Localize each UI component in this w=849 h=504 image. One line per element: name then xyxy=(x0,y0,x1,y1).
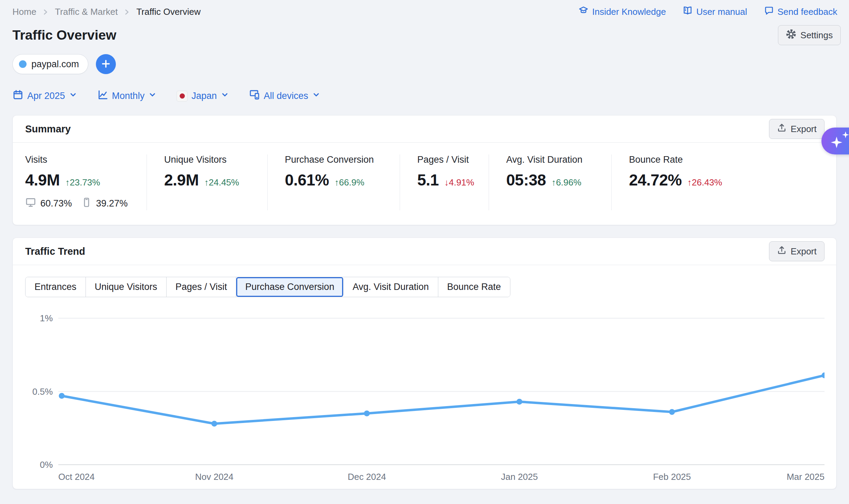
header-links: Insider Knowledge User manual Send feedb… xyxy=(578,6,837,18)
export-icon xyxy=(777,123,787,135)
chevron-down-icon xyxy=(148,91,157,101)
x-tick-label: Feb 2025 xyxy=(653,472,691,482)
date-filter[interactable]: Apr 2025 xyxy=(12,89,77,103)
metric-unique-visitors: Unique Visitors 2.9M ↑24.45% xyxy=(147,154,267,210)
metric-avg-visit-duration: Avg. Visit Duration 05:38 ↑6.96% xyxy=(489,154,611,210)
tab-unique-visitors[interactable]: Unique Visitors xyxy=(86,277,167,297)
tab-entrances[interactable]: Entrances xyxy=(26,277,86,297)
trend-tabs: Entrances Unique Visitors Pages / Visit … xyxy=(25,277,510,297)
metric-delta: ↑24.45% xyxy=(204,177,239,188)
chart-point[interactable] xyxy=(822,372,825,378)
devices-filter[interactable]: All devices xyxy=(249,89,320,103)
add-competitor-button[interactable] xyxy=(96,54,116,74)
mobile-icon xyxy=(81,197,92,210)
summary-header: Summary Export xyxy=(13,115,836,143)
tab-pages-per-visit[interactable]: Pages / Visit xyxy=(167,277,237,297)
chart-point[interactable] xyxy=(59,393,65,399)
region-filter[interactable]: Japan xyxy=(177,91,229,102)
metric-value: 05:38 xyxy=(506,171,546,189)
breadcrumb-current: Traffic Overview xyxy=(136,7,200,17)
trend-line xyxy=(62,375,825,424)
y-tick-label: 1% xyxy=(40,313,53,323)
calendar-icon xyxy=(12,89,23,103)
feedback-icon xyxy=(764,6,774,18)
chevron-right-icon xyxy=(123,8,131,16)
tab-avg-visit-duration[interactable]: Avg. Visit Duration xyxy=(343,277,438,297)
metric-delta: ↑66.9% xyxy=(334,177,364,188)
metric-bounce-rate: Bounce Rate 24.72% ↑26.43% xyxy=(611,154,836,210)
filter-row: Apr 2025 Monthly Japan All dev xyxy=(0,74,849,103)
x-tick-label: Oct 2024 xyxy=(58,472,95,482)
desktop-share: 60.73% xyxy=(40,198,72,209)
target-row: paypal.com xyxy=(0,45,849,74)
devices-icon xyxy=(249,89,260,103)
chart-point[interactable] xyxy=(517,399,522,405)
page-title: Traffic Overview xyxy=(12,28,116,43)
metric-delta: ↓4.91% xyxy=(444,177,474,188)
metric-purchase-conversion: Purchase Conversion 0.61% ↑66.9% xyxy=(267,154,400,210)
trend-chart: 0%0.5%1%Oct 2024Nov 2024Dec 2024Jan 2025… xyxy=(13,297,836,489)
x-tick-label: Dec 2024 xyxy=(348,472,386,482)
gear-icon xyxy=(786,29,796,42)
plus-icon xyxy=(101,59,111,70)
metric-value: 4.9M xyxy=(25,171,60,189)
granularity-filter[interactable]: Monthly xyxy=(97,89,157,103)
x-tick-label: Nov 2024 xyxy=(195,472,233,482)
tab-bounce-rate[interactable]: Bounce Rate xyxy=(438,277,510,297)
metric-delta: ↑6.96% xyxy=(551,177,581,188)
breadcrumb: Home Traffic & Market Traffic Overview xyxy=(12,7,201,17)
metric-delta: ↑26.43% xyxy=(687,177,722,188)
title-row: Traffic Overview Settings xyxy=(0,18,849,45)
tab-purchase-conversion[interactable]: Purchase Conversion xyxy=(236,277,343,297)
y-tick-label: 0.5% xyxy=(32,386,53,397)
academy-icon xyxy=(578,6,589,18)
summary-export-button[interactable]: Export xyxy=(769,119,825,139)
trend-export-button[interactable]: Export xyxy=(769,241,825,261)
insider-knowledge-link[interactable]: Insider Knowledge xyxy=(578,6,666,18)
chevron-down-icon xyxy=(69,91,77,101)
domain-color-dot xyxy=(19,60,27,68)
settings-button[interactable]: Settings xyxy=(778,25,841,45)
chevron-right-icon xyxy=(42,8,49,16)
trend-tabs-wrap: Entrances Unique Visitors Pages / Visit … xyxy=(13,265,836,297)
x-tick-label: Jan 2025 xyxy=(501,472,538,482)
line-chart-icon xyxy=(97,89,108,103)
x-tick-label: Mar 2025 xyxy=(787,472,825,482)
japan-flag-icon xyxy=(177,91,188,102)
summary-title: Summary xyxy=(25,123,71,135)
chart-point[interactable] xyxy=(211,421,217,427)
mobile-share: 39.27% xyxy=(96,198,128,209)
metric-value: 5.1 xyxy=(417,171,439,189)
summary-metrics: Visits 4.9M ↑23.73% 60.73% 39.27% xyxy=(13,143,836,225)
traffic-trend-title: Traffic Trend xyxy=(25,246,85,257)
domain-chip[interactable]: paypal.com xyxy=(12,54,88,74)
chart-point[interactable] xyxy=(364,411,370,416)
metric-value: 24.72% xyxy=(629,171,682,189)
chevron-down-icon xyxy=(221,91,229,101)
metric-value: 2.9M xyxy=(164,171,199,189)
desktop-icon xyxy=(25,197,36,210)
metric-value: 0.61% xyxy=(285,171,329,189)
device-split: 60.73% 39.27% xyxy=(25,197,147,210)
export-icon xyxy=(777,245,787,258)
top-bar: Home Traffic & Market Traffic Overview I… xyxy=(0,0,849,18)
domain-chip-label: paypal.com xyxy=(31,59,79,70)
metric-delta: ↑23.73% xyxy=(65,177,100,188)
trend-chart-svg[interactable]: 0%0.5%1%Oct 2024Nov 2024Dec 2024Jan 2025… xyxy=(25,305,825,485)
user-manual-link[interactable]: User manual xyxy=(682,6,747,18)
metric-pages-per-visit: Pages / Visit 5.1 ↓4.91% xyxy=(400,154,489,210)
breadcrumb-home[interactable]: Home xyxy=(12,7,36,17)
traffic-trend-card: Traffic Trend Export Entrances Unique Vi… xyxy=(12,238,837,489)
chart-point[interactable] xyxy=(669,409,675,415)
book-icon xyxy=(682,6,693,18)
chevron-down-icon xyxy=(312,91,320,101)
sparkles-icon xyxy=(830,131,849,151)
y-tick-label: 0% xyxy=(40,460,53,470)
breadcrumb-traffic-market[interactable]: Traffic & Market xyxy=(55,7,118,17)
ai-assistant-button[interactable] xyxy=(821,128,849,154)
send-feedback-link[interactable]: Send feedback xyxy=(764,6,837,18)
traffic-trend-header: Traffic Trend Export xyxy=(13,238,836,265)
summary-card: Summary Export Visits 4.9M ↑23.73% xyxy=(12,115,837,225)
metric-visits: Visits 4.9M ↑23.73% 60.73% 39.27% xyxy=(13,154,147,210)
